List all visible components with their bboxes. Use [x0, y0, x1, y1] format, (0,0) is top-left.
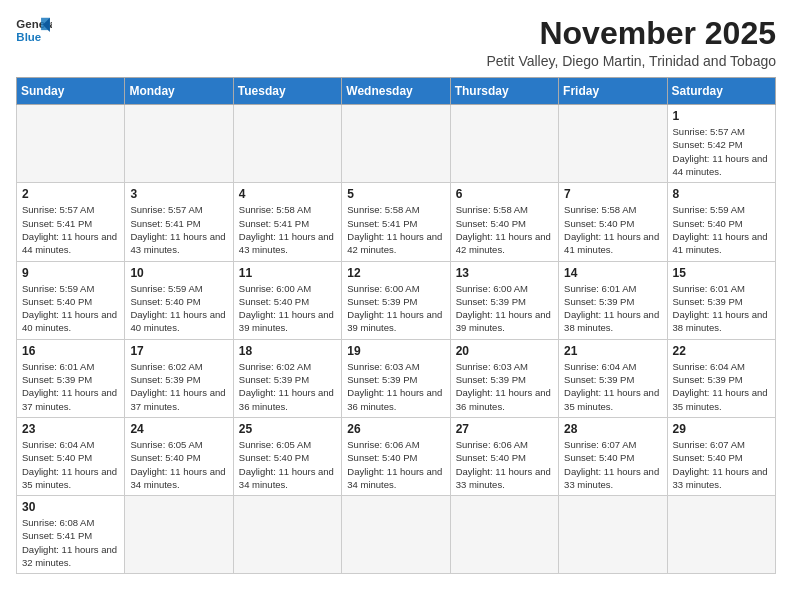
- day-info: Sunrise: 6:02 AMSunset: 5:39 PMDaylight:…: [239, 360, 336, 413]
- day-info: Sunrise: 6:00 AMSunset: 5:40 PMDaylight:…: [239, 282, 336, 335]
- day-number: 19: [347, 344, 444, 358]
- day-number: 15: [673, 266, 770, 280]
- day-cell-1: 1Sunrise: 5:57 AMSunset: 5:42 PMDaylight…: [667, 105, 775, 183]
- header-wednesday: Wednesday: [342, 78, 450, 105]
- day-cell-8: 8Sunrise: 5:59 AMSunset: 5:40 PMDaylight…: [667, 183, 775, 261]
- day-info: Sunrise: 5:59 AMSunset: 5:40 PMDaylight:…: [130, 282, 227, 335]
- day-info: Sunrise: 5:57 AMSunset: 5:41 PMDaylight:…: [22, 203, 119, 256]
- day-cell-6: 6Sunrise: 5:58 AMSunset: 5:40 PMDaylight…: [450, 183, 558, 261]
- day-info: Sunrise: 6:04 AMSunset: 5:40 PMDaylight:…: [22, 438, 119, 491]
- empty-cell: [342, 496, 450, 574]
- svg-text:Blue: Blue: [16, 31, 41, 43]
- empty-cell: [667, 496, 775, 574]
- day-cell-16: 16Sunrise: 6:01 AMSunset: 5:39 PMDayligh…: [17, 339, 125, 417]
- day-cell-2: 2Sunrise: 5:57 AMSunset: 5:41 PMDaylight…: [17, 183, 125, 261]
- day-cell-10: 10Sunrise: 5:59 AMSunset: 5:40 PMDayligh…: [125, 261, 233, 339]
- day-number: 10: [130, 266, 227, 280]
- header-tuesday: Tuesday: [233, 78, 341, 105]
- day-info: Sunrise: 5:58 AMSunset: 5:41 PMDaylight:…: [239, 203, 336, 256]
- calendar-table: Sunday Monday Tuesday Wednesday Thursday…: [16, 77, 776, 574]
- day-cell-28: 28Sunrise: 6:07 AMSunset: 5:40 PMDayligh…: [559, 417, 667, 495]
- day-cell-5: 5Sunrise: 5:58 AMSunset: 5:41 PMDaylight…: [342, 183, 450, 261]
- calendar-row: 23Sunrise: 6:04 AMSunset: 5:40 PMDayligh…: [17, 417, 776, 495]
- day-info: Sunrise: 6:06 AMSunset: 5:40 PMDaylight:…: [347, 438, 444, 491]
- day-number: 8: [673, 187, 770, 201]
- day-info: Sunrise: 5:58 AMSunset: 5:40 PMDaylight:…: [564, 203, 661, 256]
- day-info: Sunrise: 6:08 AMSunset: 5:41 PMDaylight:…: [22, 516, 119, 569]
- empty-cell: [17, 105, 125, 183]
- day-number: 9: [22, 266, 119, 280]
- empty-cell: [125, 105, 233, 183]
- day-number: 2: [22, 187, 119, 201]
- day-info: Sunrise: 5:59 AMSunset: 5:40 PMDaylight:…: [673, 203, 770, 256]
- day-info: Sunrise: 6:07 AMSunset: 5:40 PMDaylight:…: [564, 438, 661, 491]
- day-number: 14: [564, 266, 661, 280]
- day-info: Sunrise: 6:03 AMSunset: 5:39 PMDaylight:…: [456, 360, 553, 413]
- day-cell-30: 30Sunrise: 6:08 AMSunset: 5:41 PMDayligh…: [17, 496, 125, 574]
- day-number: 7: [564, 187, 661, 201]
- empty-cell: [233, 105, 341, 183]
- day-cell-26: 26Sunrise: 6:06 AMSunset: 5:40 PMDayligh…: [342, 417, 450, 495]
- day-number: 4: [239, 187, 336, 201]
- day-cell-7: 7Sunrise: 5:58 AMSunset: 5:40 PMDaylight…: [559, 183, 667, 261]
- month-title: November 2025: [486, 16, 776, 51]
- day-info: Sunrise: 5:57 AMSunset: 5:42 PMDaylight:…: [673, 125, 770, 178]
- calendar-row: 30Sunrise: 6:08 AMSunset: 5:41 PMDayligh…: [17, 496, 776, 574]
- day-number: 12: [347, 266, 444, 280]
- logo-icon: General Blue: [16, 16, 52, 46]
- day-cell-17: 17Sunrise: 6:02 AMSunset: 5:39 PMDayligh…: [125, 339, 233, 417]
- day-cell-29: 29Sunrise: 6:07 AMSunset: 5:40 PMDayligh…: [667, 417, 775, 495]
- day-cell-23: 23Sunrise: 6:04 AMSunset: 5:40 PMDayligh…: [17, 417, 125, 495]
- day-number: 29: [673, 422, 770, 436]
- day-info: Sunrise: 6:07 AMSunset: 5:40 PMDaylight:…: [673, 438, 770, 491]
- day-cell-20: 20Sunrise: 6:03 AMSunset: 5:39 PMDayligh…: [450, 339, 558, 417]
- day-cell-25: 25Sunrise: 6:05 AMSunset: 5:40 PMDayligh…: [233, 417, 341, 495]
- day-info: Sunrise: 5:58 AMSunset: 5:40 PMDaylight:…: [456, 203, 553, 256]
- empty-cell: [559, 496, 667, 574]
- day-cell-13: 13Sunrise: 6:00 AMSunset: 5:39 PMDayligh…: [450, 261, 558, 339]
- day-cell-14: 14Sunrise: 6:01 AMSunset: 5:39 PMDayligh…: [559, 261, 667, 339]
- location-title: Petit Valley, Diego Martin, Trinidad and…: [486, 53, 776, 69]
- day-number: 24: [130, 422, 227, 436]
- calendar-row: 1Sunrise: 5:57 AMSunset: 5:42 PMDaylight…: [17, 105, 776, 183]
- day-number: 13: [456, 266, 553, 280]
- day-cell-21: 21Sunrise: 6:04 AMSunset: 5:39 PMDayligh…: [559, 339, 667, 417]
- day-info: Sunrise: 6:02 AMSunset: 5:39 PMDaylight:…: [130, 360, 227, 413]
- day-number: 27: [456, 422, 553, 436]
- day-info: Sunrise: 6:00 AMSunset: 5:39 PMDaylight:…: [347, 282, 444, 335]
- day-number: 28: [564, 422, 661, 436]
- day-info: Sunrise: 6:03 AMSunset: 5:39 PMDaylight:…: [347, 360, 444, 413]
- day-number: 1: [673, 109, 770, 123]
- day-info: Sunrise: 5:59 AMSunset: 5:40 PMDaylight:…: [22, 282, 119, 335]
- logo: General Blue: [16, 16, 52, 46]
- day-number: 23: [22, 422, 119, 436]
- day-number: 30: [22, 500, 119, 514]
- day-cell-22: 22Sunrise: 6:04 AMSunset: 5:39 PMDayligh…: [667, 339, 775, 417]
- day-number: 17: [130, 344, 227, 358]
- day-cell-15: 15Sunrise: 6:01 AMSunset: 5:39 PMDayligh…: [667, 261, 775, 339]
- empty-cell: [233, 496, 341, 574]
- day-cell-27: 27Sunrise: 6:06 AMSunset: 5:40 PMDayligh…: [450, 417, 558, 495]
- calendar-row: 16Sunrise: 6:01 AMSunset: 5:39 PMDayligh…: [17, 339, 776, 417]
- day-info: Sunrise: 5:57 AMSunset: 5:41 PMDaylight:…: [130, 203, 227, 256]
- day-info: Sunrise: 6:05 AMSunset: 5:40 PMDaylight:…: [239, 438, 336, 491]
- empty-cell: [450, 496, 558, 574]
- day-cell-11: 11Sunrise: 6:00 AMSunset: 5:40 PMDayligh…: [233, 261, 341, 339]
- day-number: 3: [130, 187, 227, 201]
- day-info: Sunrise: 5:58 AMSunset: 5:41 PMDaylight:…: [347, 203, 444, 256]
- day-info: Sunrise: 6:06 AMSunset: 5:40 PMDaylight:…: [456, 438, 553, 491]
- calendar-row: 9Sunrise: 5:59 AMSunset: 5:40 PMDaylight…: [17, 261, 776, 339]
- day-cell-12: 12Sunrise: 6:00 AMSunset: 5:39 PMDayligh…: [342, 261, 450, 339]
- weekday-header-row: Sunday Monday Tuesday Wednesday Thursday…: [17, 78, 776, 105]
- day-info: Sunrise: 6:01 AMSunset: 5:39 PMDaylight:…: [22, 360, 119, 413]
- day-info: Sunrise: 6:04 AMSunset: 5:39 PMDaylight:…: [673, 360, 770, 413]
- header-thursday: Thursday: [450, 78, 558, 105]
- day-cell-19: 19Sunrise: 6:03 AMSunset: 5:39 PMDayligh…: [342, 339, 450, 417]
- day-cell-18: 18Sunrise: 6:02 AMSunset: 5:39 PMDayligh…: [233, 339, 341, 417]
- day-number: 11: [239, 266, 336, 280]
- day-cell-24: 24Sunrise: 6:05 AMSunset: 5:40 PMDayligh…: [125, 417, 233, 495]
- empty-cell: [125, 496, 233, 574]
- day-cell-9: 9Sunrise: 5:59 AMSunset: 5:40 PMDaylight…: [17, 261, 125, 339]
- empty-cell: [450, 105, 558, 183]
- day-info: Sunrise: 6:00 AMSunset: 5:39 PMDaylight:…: [456, 282, 553, 335]
